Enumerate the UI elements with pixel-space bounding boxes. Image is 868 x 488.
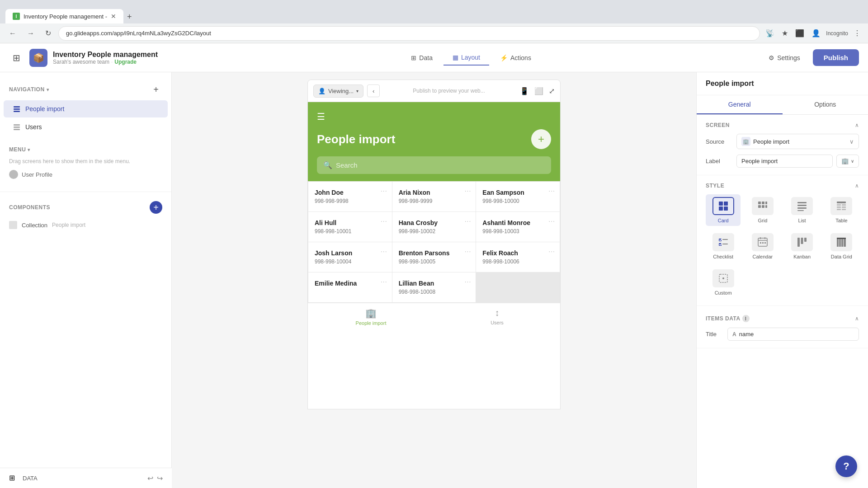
menu-icon[interactable]: ⋮ — [852, 27, 863, 39]
phone-card-7[interactable]: Brenton Parsons 998-998-10005 ··· — [392, 242, 476, 272]
menu-label[interactable]: MENU ▾ — [9, 146, 30, 153]
card-phone-6: 998-998-10004 — [315, 258, 386, 265]
phone-card-0[interactable]: John Doe 998-998-9998 ··· — [308, 182, 392, 211]
style-option-calendar[interactable]: Calendar — [745, 230, 780, 262]
card-menu-9[interactable]: ··· — [381, 278, 387, 285]
style-option-list[interactable]: List — [785, 194, 820, 226]
upgrade-link[interactable]: Upgrade — [114, 59, 137, 65]
phone-card-2[interactable]: Ean Sampson 998-998-10000 ··· — [476, 182, 560, 211]
screen-share-icon[interactable]: 📡 — [764, 27, 776, 39]
tab-close-button[interactable]: ✕ — [111, 13, 116, 20]
redo-button[interactable]: ↪ — [157, 474, 163, 483]
phone-card-3[interactable]: Ali Hull 998-998-10001 ··· — [308, 212, 392, 242]
right-panel-header: People import — [697, 72, 868, 95]
add-nav-item-button[interactable]: + — [150, 83, 162, 96]
style-option-custom[interactable]: Custom — [706, 267, 741, 298]
phone-card-6[interactable]: Josh Larson 998-998-10004 ··· — [308, 242, 392, 272]
card-name-2: Ean Sampson — [482, 189, 553, 196]
back-button[interactable]: ← — [5, 28, 20, 39]
card-name-3: Ali Hull — [315, 219, 386, 226]
card-menu-10[interactable]: ··· — [465, 278, 472, 285]
source-dropdown[interactable]: 🏢 People import ∨ — [736, 134, 859, 149]
panel-tab-general[interactable]: General — [697, 95, 783, 114]
card-menu-5[interactable]: ··· — [548, 217, 555, 225]
phone-card-10[interactable]: Lillian Bean 998-998-10008 ··· — [392, 272, 476, 302]
card-phone-4: 998-998-10002 — [399, 228, 470, 235]
component-item-collection[interactable]: Collection People import — [0, 217, 171, 233]
extensions-icon[interactable]: ⬛ — [793, 27, 806, 39]
tab-layout[interactable]: ▦ Layout — [443, 50, 489, 66]
navigation-label[interactable]: NAVIGATION ▾ — [9, 86, 49, 93]
phone-card-9[interactable]: Emilie Medina ··· — [308, 272, 392, 302]
profile-icon[interactable]: 👤 — [810, 27, 822, 39]
nav-chevron-icon: ▾ — [47, 87, 49, 92]
items-data-info-icon[interactable]: i — [742, 315, 750, 322]
source-field: Source 🏢 People import ∨ — [706, 134, 859, 149]
new-tab-button[interactable]: + — [123, 10, 136, 23]
label-icon-button[interactable]: 🏢 ∨ — [836, 155, 859, 168]
viewing-button[interactable]: 👤 Viewing... ▾ — [313, 84, 363, 98]
sidebar-item-people-import[interactable]: People import — [4, 100, 168, 117]
style-chevron-icon: ∧ — [855, 183, 859, 189]
style-option-card[interactable]: Card — [706, 194, 741, 226]
incognito-label: Incognito — [826, 30, 848, 37]
settings-button[interactable]: ⚙ Settings — [761, 51, 807, 65]
address-bar[interactable] — [58, 26, 760, 41]
phone-menu-icon[interactable]: ☰ — [317, 111, 551, 122]
card-menu-2[interactable]: ··· — [548, 187, 555, 194]
data-grid-style-icon — [830, 233, 852, 251]
style-section-header[interactable]: STYLE ∧ — [706, 183, 859, 189]
forward-button[interactable]: → — [24, 28, 38, 39]
help-button[interactable]: ? — [835, 455, 857, 477]
preview-back-button[interactable]: ‹ — [367, 84, 380, 97]
tab-data[interactable]: ⊞ Data — [402, 51, 442, 65]
phone-card-5[interactable]: Ashanti Monroe 998-998-10003 ··· — [476, 212, 560, 242]
browser-tab-active[interactable]: I Inventory People management - ✕ — [5, 9, 123, 23]
style-option-table[interactable]: Table — [824, 194, 859, 226]
phone-card-4[interactable]: Hana Crosby 998-998-10002 ··· — [392, 212, 476, 242]
phone-bottom-nav: 🏢 People import ↕ Users — [308, 303, 560, 330]
user-profile-item[interactable]: User Profile — [0, 166, 171, 183]
style-option-kanban[interactable]: Kanban — [785, 230, 820, 262]
style-option-data-grid[interactable]: Data Grid — [824, 230, 859, 262]
phone-nav-users[interactable]: ↕ Users — [434, 303, 560, 330]
refresh-button[interactable]: ↻ — [42, 27, 55, 39]
style-option-grid[interactable]: Grid — [745, 194, 780, 226]
tablet-device-button[interactable]: ⬜ — [533, 85, 545, 97]
tab-actions[interactable]: ⚡ Actions — [491, 51, 540, 65]
apps-grid-button[interactable]: ⊞ — [9, 51, 24, 65]
add-component-button[interactable]: + — [150, 201, 162, 214]
card-menu-7[interactable]: ··· — [465, 248, 472, 255]
style-option-checklist[interactable]: Checklist — [706, 230, 741, 262]
panel-tab-options[interactable]: Options — [783, 95, 868, 114]
mobile-device-button[interactable]: 📱 — [518, 85, 531, 97]
phone-card-8[interactable]: Felix Roach 998-998-10006 ··· — [476, 242, 560, 272]
data-grid-style-label: Data Grid — [831, 254, 852, 259]
card-name-0: John Doe — [315, 189, 386, 196]
expand-button[interactable]: ⤢ — [549, 87, 555, 95]
items-data-header[interactable]: ITEMS DATA i ∧ — [706, 315, 859, 322]
publish-button[interactable]: Publish — [813, 49, 859, 66]
card-phone-10: 998-998-10008 — [399, 289, 470, 295]
card-menu-0[interactable]: ··· — [381, 187, 387, 194]
card-menu-3[interactable]: ··· — [381, 217, 387, 225]
label-input[interactable] — [736, 155, 833, 168]
title-field-value[interactable]: A name — [727, 328, 859, 341]
checklist-style-label: Checklist — [713, 254, 733, 259]
phone-preview: ☰ People import + 🔍 Search John Doe 998-… — [307, 102, 561, 409]
card-menu-4[interactable]: ··· — [465, 217, 472, 225]
phone-add-button[interactable]: + — [531, 129, 551, 149]
phone-card-1[interactable]: Aria Nixon 998-998-9999 ··· — [392, 182, 476, 211]
bookmark-icon[interactable]: ★ — [780, 27, 790, 39]
sidebar-item-users[interactable]: Users — [4, 118, 168, 136]
phone-search-bar[interactable]: 🔍 Search — [317, 156, 551, 174]
screen-section-header[interactable]: SCREEN ∧ — [706, 122, 859, 128]
phone-nav-people-import[interactable]: 🏢 People import — [308, 303, 434, 330]
card-menu-6[interactable]: ··· — [381, 248, 387, 255]
card-menu-1[interactable]: ··· — [465, 187, 472, 194]
app-header: ⊞ 📦 Inventory People management Sarah's … — [0, 43, 868, 72]
card-menu-8[interactable]: ··· — [548, 248, 555, 255]
svg-rect-15 — [765, 205, 767, 208]
card-style-icon — [712, 197, 734, 215]
undo-button[interactable]: ↩ — [147, 474, 153, 483]
